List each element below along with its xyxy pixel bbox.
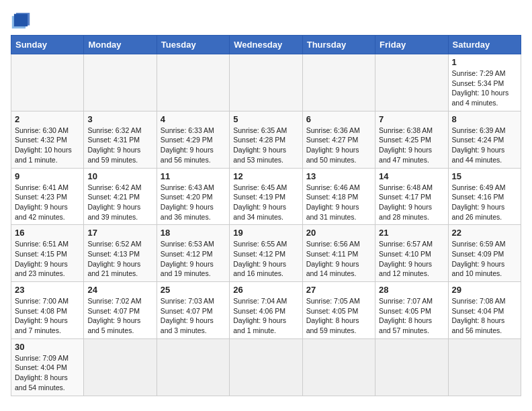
day-info: Sunrise: 7:05 AM Sunset: 4:05 PM Dayligh… (306, 296, 371, 336)
calendar-cell (302, 338, 375, 396)
day-info: Sunrise: 6:56 AM Sunset: 4:11 PM Dayligh… (306, 239, 371, 279)
calendar-week-row: 9Sunrise: 6:41 AM Sunset: 4:23 PM Daylig… (11, 168, 521, 225)
day-info: Sunrise: 7:29 AM Sunset: 5:34 PM Dayligh… (452, 68, 517, 108)
svg-marker-2 (14, 14, 28, 27)
calendar-cell: 12Sunrise: 6:45 AM Sunset: 4:19 PM Dayli… (230, 168, 302, 225)
calendar-week-row: 16Sunrise: 6:51 AM Sunset: 4:15 PM Dayli… (11, 225, 521, 282)
day-info: Sunrise: 6:48 AM Sunset: 4:17 PM Dayligh… (379, 183, 444, 222)
calendar-week-row: 2Sunrise: 6:30 AM Sunset: 4:32 PM Daylig… (11, 111, 521, 168)
calendar-cell: 24Sunrise: 7:02 AM Sunset: 4:07 PM Dayli… (84, 282, 157, 339)
day-number: 2 (15, 114, 80, 124)
calendar-cell: 23Sunrise: 7:00 AM Sunset: 4:08 PM Dayli… (11, 282, 84, 339)
day-number: 23 (15, 285, 80, 295)
weekday-header-thursday: Thursday (302, 36, 375, 54)
day-number: 11 (161, 171, 226, 181)
day-number: 29 (452, 285, 517, 295)
calendar-cell: 16Sunrise: 6:51 AM Sunset: 4:15 PM Dayli… (11, 225, 84, 282)
calendar-cell: 7Sunrise: 6:38 AM Sunset: 4:25 PM Daylig… (375, 111, 448, 168)
calendar-cell: 18Sunrise: 6:53 AM Sunset: 4:12 PM Dayli… (157, 225, 229, 282)
day-info: Sunrise: 6:33 AM Sunset: 4:29 PM Dayligh… (161, 126, 226, 165)
calendar-cell (157, 54, 229, 111)
calendar-cell: 26Sunrise: 7:04 AM Sunset: 4:06 PM Dayli… (230, 282, 302, 339)
calendar-cell (302, 54, 375, 111)
calendar-cell (84, 338, 157, 396)
day-info: Sunrise: 6:59 AM Sunset: 4:09 PM Dayligh… (452, 239, 517, 279)
calendar-cell (157, 338, 229, 396)
weekday-header-saturday: Saturday (448, 36, 521, 54)
calendar-header: SundayMondayTuesdayWednesdayThursdayFrid… (11, 36, 521, 54)
day-number: 16 (15, 228, 80, 238)
day-info: Sunrise: 7:09 AM Sunset: 4:04 PM Dayligh… (15, 353, 80, 393)
calendar-cell: 8Sunrise: 6:39 AM Sunset: 4:24 PM Daylig… (448, 111, 521, 168)
calendar-table: SundayMondayTuesdayWednesdayThursdayFrid… (11, 35, 521, 396)
day-info: Sunrise: 6:43 AM Sunset: 4:20 PM Dayligh… (161, 183, 226, 222)
day-number: 12 (233, 171, 298, 181)
calendar-cell (448, 338, 521, 396)
day-number: 24 (87, 285, 152, 295)
calendar-cell: 20Sunrise: 6:56 AM Sunset: 4:11 PM Dayli… (302, 225, 375, 282)
generalblue-logo-icon (11, 11, 31, 30)
calendar-cell: 2Sunrise: 6:30 AM Sunset: 4:32 PM Daylig… (11, 111, 84, 168)
day-info: Sunrise: 6:52 AM Sunset: 4:13 PM Dayligh… (87, 239, 152, 279)
day-info: Sunrise: 7:03 AM Sunset: 4:07 PM Dayligh… (161, 296, 226, 336)
calendar-cell (11, 54, 84, 111)
calendar-cell: 1Sunrise: 7:29 AM Sunset: 5:34 PM Daylig… (448, 54, 521, 111)
day-info: Sunrise: 6:45 AM Sunset: 4:19 PM Dayligh… (233, 183, 298, 222)
day-number: 6 (306, 114, 371, 124)
calendar-cell: 17Sunrise: 6:52 AM Sunset: 4:13 PM Dayli… (84, 225, 157, 282)
day-number: 5 (233, 114, 298, 124)
day-number: 21 (379, 228, 444, 238)
weekday-header-monday: Monday (84, 36, 157, 54)
day-info: Sunrise: 6:46 AM Sunset: 4:18 PM Dayligh… (306, 183, 371, 222)
calendar-cell: 5Sunrise: 6:35 AM Sunset: 4:28 PM Daylig… (230, 111, 302, 168)
calendar-cell: 6Sunrise: 6:36 AM Sunset: 4:27 PM Daylig… (302, 111, 375, 168)
day-info: Sunrise: 6:41 AM Sunset: 4:23 PM Dayligh… (15, 183, 80, 222)
day-number: 25 (161, 285, 226, 295)
day-info: Sunrise: 7:00 AM Sunset: 4:08 PM Dayligh… (15, 296, 80, 336)
day-number: 20 (306, 228, 371, 238)
calendar-cell: 15Sunrise: 6:49 AM Sunset: 4:16 PM Dayli… (448, 168, 521, 225)
calendar-cell: 9Sunrise: 6:41 AM Sunset: 4:23 PM Daylig… (11, 168, 84, 225)
day-number: 19 (233, 228, 298, 238)
day-info: Sunrise: 6:32 AM Sunset: 4:31 PM Dayligh… (87, 126, 152, 165)
day-info: Sunrise: 6:38 AM Sunset: 4:25 PM Dayligh… (379, 126, 444, 165)
calendar-cell: 29Sunrise: 7:08 AM Sunset: 4:04 PM Dayli… (448, 282, 521, 339)
day-number: 30 (15, 342, 80, 352)
day-number: 28 (379, 285, 444, 295)
calendar-cell: 25Sunrise: 7:03 AM Sunset: 4:07 PM Dayli… (157, 282, 229, 339)
logo (11, 11, 34, 30)
calendar-cell: 22Sunrise: 6:59 AM Sunset: 4:09 PM Dayli… (448, 225, 521, 282)
day-number: 14 (379, 171, 444, 181)
day-info: Sunrise: 6:30 AM Sunset: 4:32 PM Dayligh… (15, 126, 80, 165)
day-info: Sunrise: 6:35 AM Sunset: 4:28 PM Dayligh… (233, 126, 298, 165)
calendar-cell: 10Sunrise: 6:42 AM Sunset: 4:21 PM Dayli… (84, 168, 157, 225)
calendar-cell: 14Sunrise: 6:48 AM Sunset: 4:17 PM Dayli… (375, 168, 448, 225)
day-info: Sunrise: 7:07 AM Sunset: 4:05 PM Dayligh… (379, 296, 444, 336)
calendar-cell: 28Sunrise: 7:07 AM Sunset: 4:05 PM Dayli… (375, 282, 448, 339)
calendar-cell: 11Sunrise: 6:43 AM Sunset: 4:20 PM Dayli… (157, 168, 229, 225)
day-number: 17 (87, 228, 152, 238)
day-number: 15 (452, 171, 517, 181)
calendar-cell: 19Sunrise: 6:55 AM Sunset: 4:12 PM Dayli… (230, 225, 302, 282)
calendar-week-row: 23Sunrise: 7:00 AM Sunset: 4:08 PM Dayli… (11, 282, 521, 339)
day-number: 3 (87, 114, 152, 124)
calendar-cell (230, 338, 302, 396)
day-info: Sunrise: 7:02 AM Sunset: 4:07 PM Dayligh… (87, 296, 152, 336)
calendar-cell (375, 54, 448, 111)
day-number: 13 (306, 171, 371, 181)
calendar-cell: 27Sunrise: 7:05 AM Sunset: 4:05 PM Dayli… (302, 282, 375, 339)
day-info: Sunrise: 6:42 AM Sunset: 4:21 PM Dayligh… (87, 183, 152, 222)
calendar-cell: 4Sunrise: 6:33 AM Sunset: 4:29 PM Daylig… (157, 111, 229, 168)
weekday-header-friday: Friday (375, 36, 448, 54)
weekday-header-tuesday: Tuesday (157, 36, 229, 54)
day-number: 1 (452, 57, 517, 67)
calendar-cell (230, 54, 302, 111)
calendar-cell: 21Sunrise: 6:57 AM Sunset: 4:10 PM Dayli… (375, 225, 448, 282)
calendar-cell (375, 338, 448, 396)
day-info: Sunrise: 6:57 AM Sunset: 4:10 PM Dayligh… (379, 239, 444, 279)
day-info: Sunrise: 6:36 AM Sunset: 4:27 PM Dayligh… (306, 126, 371, 165)
calendar-week-row: 1Sunrise: 7:29 AM Sunset: 5:34 PM Daylig… (11, 54, 521, 111)
calendar-cell: 30Sunrise: 7:09 AM Sunset: 4:04 PM Dayli… (11, 338, 84, 396)
day-number: 10 (87, 171, 152, 181)
day-number: 18 (161, 228, 226, 238)
